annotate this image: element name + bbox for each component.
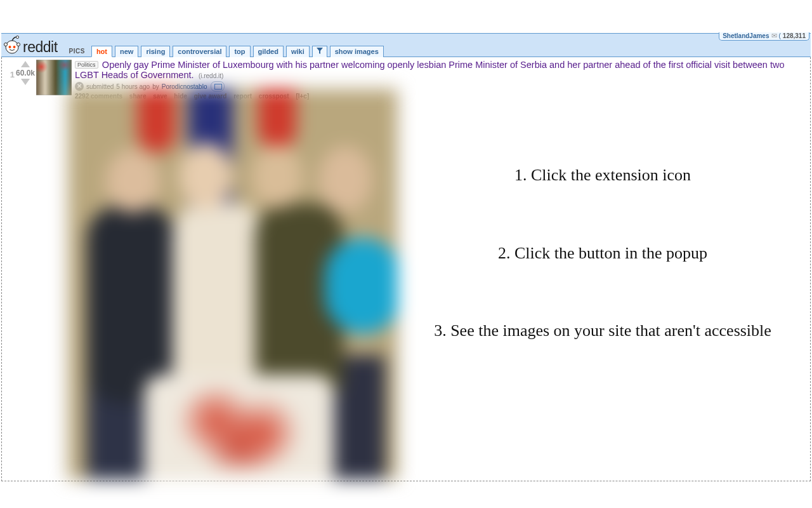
post-rank: 1 xyxy=(6,60,16,100)
reddit-alien-icon xyxy=(3,36,22,55)
post-title-link[interactable]: Openly gay Prime Minister of Luxembourg … xyxy=(75,60,785,80)
instruction-step-2: 2. Click the button in the popup xyxy=(414,243,791,264)
post-thumbnail[interactable] xyxy=(36,60,72,95)
tab-filter[interactable] xyxy=(312,46,327,57)
post-flair[interactable]: Politics xyxy=(75,61,98,69)
tab-top[interactable]: top xyxy=(229,46,250,57)
mail-icon[interactable]: ✉ xyxy=(771,32,777,39)
tab-hot[interactable]: hot xyxy=(91,46,112,57)
content-area: 1 60.0k Politics Openly gay Prime Minist… xyxy=(1,57,811,481)
svg-point-2 xyxy=(13,46,16,48)
tab-menu: hot new rising controversial top gilded … xyxy=(91,45,384,57)
karma-count: 128,311 xyxy=(783,32,806,39)
blurred-post-image xyxy=(68,89,398,479)
tab-show-images[interactable]: show images xyxy=(330,46,384,57)
tab-controversial[interactable]: controversial xyxy=(173,46,226,57)
post-domain[interactable]: (i.redd.it) xyxy=(199,72,223,79)
tab-gilded[interactable]: gilded xyxy=(253,46,284,57)
top-bar: reddit PICS hot new rising controversial… xyxy=(1,33,811,57)
user-info: ShetlandJames ✉ (128,311 xyxy=(719,32,809,41)
post-score: 60.0k xyxy=(16,69,35,77)
instruction-step-1: 1. Click the extension icon xyxy=(414,165,791,186)
filter-icon xyxy=(317,48,323,54)
logo-area[interactable]: reddit xyxy=(3,36,62,55)
svg-point-0 xyxy=(6,41,18,53)
logo-text: reddit xyxy=(23,40,58,55)
svg-point-3 xyxy=(4,43,8,46)
svg-point-5 xyxy=(16,36,19,39)
tab-new[interactable]: new xyxy=(115,46,138,57)
svg-point-1 xyxy=(9,46,11,48)
tab-rising[interactable]: rising xyxy=(141,46,170,57)
upvote-arrow-icon[interactable] xyxy=(21,61,30,67)
svg-point-4 xyxy=(17,43,20,46)
instructions-overlay: 1. Click the extension icon 2. Click the… xyxy=(414,165,791,342)
downvote-arrow-icon[interactable] xyxy=(21,79,30,85)
vote-column: 60.0k xyxy=(16,60,35,100)
username-link[interactable]: ShetlandJames xyxy=(723,32,769,39)
tab-wiki[interactable]: wiki xyxy=(286,46,310,57)
subreddit-name[interactable]: PICS xyxy=(69,48,85,55)
instruction-step-3: 3. See the images on your site that aren… xyxy=(414,321,791,342)
